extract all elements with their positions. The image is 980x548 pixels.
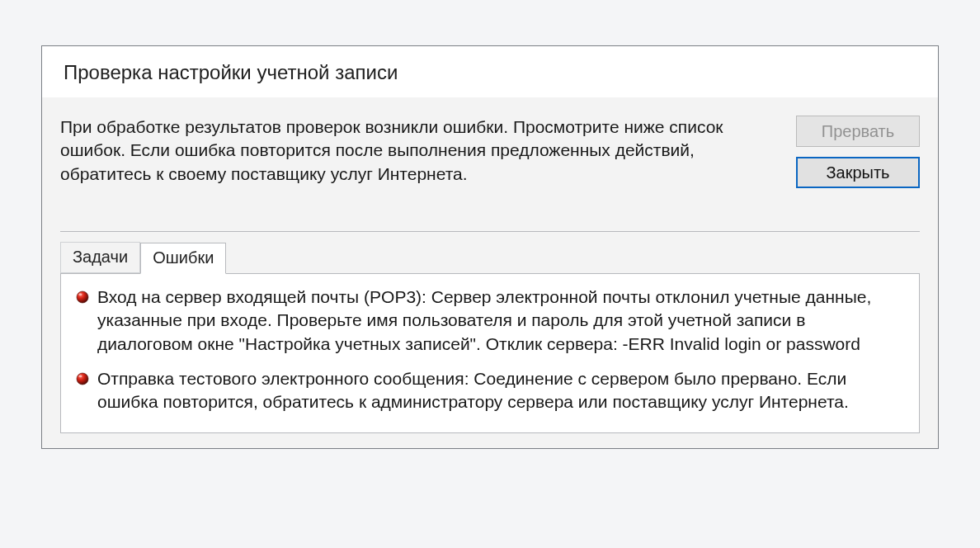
tab-errors[interactable]: Ошибки [140,243,226,274]
dialog-title: Проверка настройки учетной записи [42,46,938,97]
dialog-body: При обработке результатов проверок возни… [42,97,938,448]
error-icon [76,372,89,385]
section-divider [60,231,920,232]
svg-point-1 [78,293,82,295]
abort-button[interactable]: Прервать [796,116,920,147]
svg-point-3 [78,375,82,377]
error-text: Отправка тестового электронного сообщени… [97,367,904,414]
error-icon [76,291,89,304]
dialog-description: При обработке результатов проверок возни… [60,116,781,186]
svg-point-2 [77,373,88,385]
tab-strip: Задачи Ошибки [60,242,920,273]
dialog-buttons: Прервать Закрыть [796,116,920,188]
account-test-dialog: Проверка настройки учетной записи При об… [41,45,939,449]
svg-point-0 [77,291,88,303]
error-item: Отправка тестового электронного сообщени… [76,367,904,414]
errors-panel: Вход на сервер входящей почты (POP3): Се… [60,273,920,433]
error-text: Вход на сервер входящей почты (POP3): Се… [97,286,904,356]
dialog-top-row: При обработке результатов проверок возни… [60,116,920,188]
tab-tasks[interactable]: Задачи [60,242,140,273]
error-item: Вход на сервер входящей почты (POP3): Се… [76,286,904,356]
close-button[interactable]: Закрыть [796,157,920,188]
